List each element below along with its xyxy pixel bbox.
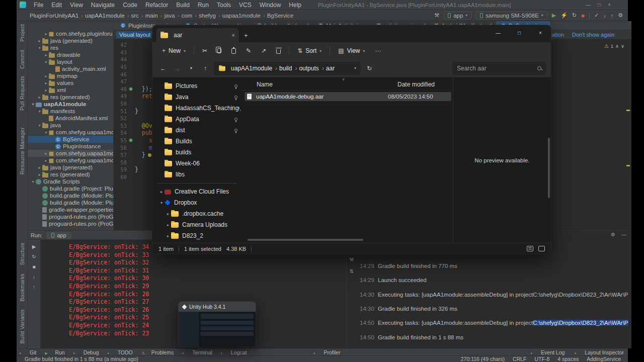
nav-chevron-icon[interactable] [165,234,171,238]
tree-item[interactable]: PluginInstance [28,143,113,150]
rerun-icon[interactable]: ▶ [32,244,36,249]
toolstrip-structure[interactable]: Structure [19,242,25,265]
tree-chevron-icon[interactable] [43,60,49,64]
dont-show-again-link[interactable]: Don't show again [572,32,614,38]
new-tab-button[interactable]: + [244,32,248,39]
tree-chevron-icon[interactable] [37,123,42,128]
tree-chevron-icon[interactable] [30,179,36,184]
breadcrumb-item[interactable]: main [144,13,164,19]
explorer-nav-item[interactable]: Pictures [152,80,242,92]
toolwindow-button[interactable]: TODO [108,349,133,355]
large-icons-view-icon[interactable] [538,246,545,251]
tree-item[interactable]: com.shefyg.pluginforu [28,30,113,37]
tree-item[interactable]: java (generated) [28,164,113,171]
delete-button[interactable] [272,44,285,57]
nav-chevron-icon[interactable] [158,190,165,194]
toolwindow-button[interactable]: Logcat [221,349,247,355]
tree-chevron-icon[interactable] [43,53,49,57]
git-push-icon[interactable]: ↑ [611,13,614,19]
minimize-icon[interactable]: — [586,2,591,8]
hammer-icon[interactable]: ⚒ [434,12,439,19]
explorer-nav-item[interactable]: .dropbox.cache [152,208,242,219]
toolstrip-resource-manager[interactable]: Resource Manager [19,127,25,174]
more-options-button[interactable]: ··· [370,44,385,57]
menu-item[interactable]: Code [119,2,141,9]
toolstrip-commit[interactable]: Commit [19,50,25,69]
stop-button[interactable]: ■ [581,13,585,19]
tree-item[interactable]: com.shefyg.uapaa1mo [28,157,113,164]
file-encoding[interactable]: UTF-8 [535,356,550,362]
tree-chevron-icon[interactable] [30,102,36,107]
new-button[interactable]: + New ▾ [157,44,190,57]
tree-item[interactable]: values [28,79,113,86]
toolwindow-button[interactable]: Run [45,349,64,355]
toolwindow-button[interactable]: Terminal [182,349,212,355]
tree-item[interactable]: mipmap [28,72,113,79]
tree-item[interactable]: manifests [28,108,113,115]
menu-item[interactable]: View [66,2,87,9]
menu-item[interactable]: Run [194,2,212,9]
horizontal-scrollbar[interactable] [248,239,363,241]
paste-button[interactable] [227,44,240,57]
sync-icon[interactable]: ↻ [572,12,577,19]
git-update-icon[interactable]: ↓ [603,13,606,19]
tree-item[interactable]: proguard-rules.pro (ProGu [28,213,113,220]
menu-item[interactable]: Build [173,2,193,9]
chevron-down-icon[interactable]: ▾ [354,66,356,70]
hide-panel-icon[interactable]: — [621,232,626,237]
tree-chevron-icon[interactable] [43,74,49,78]
close-icon[interactable]: × [608,2,611,8]
close-button[interactable]: × [530,25,551,40]
explorer-titlebar[interactable]: aar × + — □ × [152,25,551,42]
tree-item[interactable]: Gradle Scripts [28,178,113,185]
tree-chevron-icon[interactable] [43,130,49,135]
stop-icon[interactable]: ■ [32,264,35,269]
scroll-down-icon[interactable]: ↓ [33,274,35,280]
build-hammer-icon[interactable]: ⚒ [350,257,354,262]
tree-item[interactable]: res [28,44,113,51]
error-stripe-mark[interactable] [626,165,630,166]
address-crumb[interactable]: build [278,65,298,72]
menu-item[interactable]: Window [256,2,285,9]
menu-item[interactable]: Refactor [142,2,172,9]
prev-issue-icon[interactable]: ∧ [615,43,619,49]
git-branch[interactable]: AddingService [587,356,621,362]
breadcrumb-item[interactable]: com [180,13,198,19]
tree-item[interactable]: BgService [28,136,113,143]
tree-chevron-icon[interactable] [43,88,49,93]
tree-chevron-icon[interactable] [43,81,49,85]
share-button[interactable]: ↗ [257,44,271,57]
explorer-nav-item[interactable]: HadassahCS_Teaching [152,103,242,114]
toolstrip-pull-requests[interactable]: Pull Requests [19,76,25,111]
caret-position[interactable]: 270:116 (49 chars) [461,356,505,362]
breadcrumb-item[interactable]: uapaa1module [221,13,266,19]
toolwindow-button[interactable]: Git [20,349,36,355]
tree-item[interactable]: uapAA1module [28,101,113,108]
explorer-tab[interactable]: aar × [156,28,239,42]
tree-item[interactable]: AndroidManifest.xml [28,115,113,122]
address-breadcrumb[interactable]: uapAA1modulebuildoutputsaar ▾ [214,62,361,75]
recent-locations-icon[interactable]: ▾ [186,66,197,70]
file-row-selected[interactable]: uapAA1module-debug.aar 08/05/2023 14:50 [245,92,451,101]
breadcrumb-item[interactable]: PluginForUnityAA1 [29,13,84,19]
toolstrip-bookmarks[interactable]: Bookmarks [19,274,25,301]
tree-chevron-icon[interactable] [37,172,42,177]
tree-item[interactable]: com.shefyg.uapaa1mo [28,150,113,157]
run-button[interactable]: ▶ [552,12,556,19]
run-tab-app[interactable]: app [46,232,71,239]
toolstrip-project[interactable]: Project [19,24,25,42]
tree-chevron-icon[interactable] [37,46,42,50]
search-input[interactable] [457,65,537,72]
explorer-nav-item[interactable]: D823_2 [152,230,242,241]
tree-item[interactable]: xml [28,86,113,94]
column-header-name[interactable]: Name [257,81,397,88]
tree-item[interactable]: res (generated) [28,94,113,101]
settings-gear-icon[interactable]: ⚙ [618,12,623,19]
tree-item[interactable]: activity_main.xml [28,65,113,72]
explorer-nav-item[interactable]: Creative Cloud Files [152,186,242,197]
copy-button[interactable] [213,44,226,57]
tree-item[interactable]: gradle-wrapper.properties [28,206,113,213]
toolwindow-button[interactable]: Event Log [531,349,565,355]
tree-item[interactable]: proguard-rules.pro (ProGu [28,220,113,227]
apply-changes-icon[interactable]: ⚡ [560,12,568,19]
